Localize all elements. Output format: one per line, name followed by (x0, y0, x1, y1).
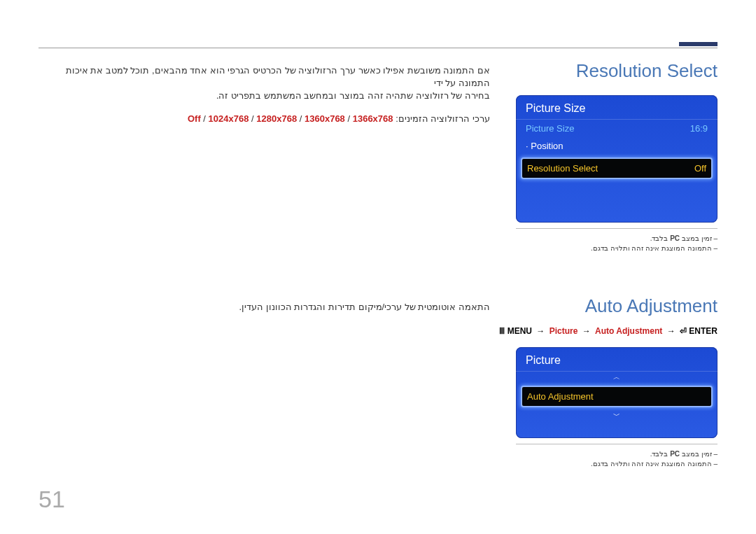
heading-auto-adjustment: Auto Adjustment (585, 295, 718, 317)
osd-row-label: Picture Size (526, 123, 574, 134)
nav-picture: Picture (550, 326, 578, 336)
chevron-down-icon[interactable]: ﹀ (516, 410, 718, 421)
avail-off: Off (188, 113, 201, 124)
osd-row-label: Auto Adjustment (527, 391, 594, 402)
osd-title: Picture Size (516, 95, 718, 120)
avail-r3: 1360x768 (304, 113, 345, 124)
arrow-icon: → (665, 326, 678, 336)
section2-body-line: התאמה אוטומטית של ערכי/מיקום תדירות והגד… (42, 301, 490, 314)
footnote-separator (516, 444, 718, 444)
osd-title: Picture (516, 347, 718, 372)
header-accent (679, 42, 718, 46)
avail-r4: 1366x768 (353, 113, 393, 124)
footnote-pc-only: – זמין במצב PC בלבד. (516, 234, 718, 242)
header-separator (38, 48, 718, 48)
nav-enter: ENTER (689, 326, 718, 336)
breadcrumb-nav: Ⅲ MENU → Picture → Auto Adjustment → ⏎ E… (499, 326, 718, 336)
osd-row-auto-adjustment[interactable]: Auto Adjustment (521, 386, 713, 407)
nav-auto-adjustment: Auto Adjustment (595, 326, 662, 336)
section1-body-line-b: בחירה של רזולוציה שתהיה זהה במוצר ובמחשב… (42, 90, 490, 102)
chevron-up-icon[interactable]: ︿ (516, 372, 718, 383)
avail-r2: 1280x768 (256, 113, 297, 124)
osd-row-resolution-select[interactable]: Resolution Select Off (521, 157, 713, 179)
footnote-separator (516, 228, 718, 229)
section2-body: התאמה אוטומטית של ערכי/מיקום תדירות והגד… (42, 301, 490, 314)
footnote-pc-only: – זמין במצב PC בלבד. (516, 450, 718, 458)
section1-footnotes: – זמין במצב PC בלבד. – התמונה המוצגת אינ… (516, 228, 718, 254)
avail-r1: 1024x768 (209, 113, 249, 124)
avail-prefix: ערכי הרזולוציה הזמינים: (393, 113, 490, 124)
osd-row-label: Resolution Select (527, 163, 598, 174)
osd-picture: Picture ︿ Auto Adjustment ﹀ (516, 347, 718, 438)
arrow-icon: → (580, 326, 593, 336)
menu-icon: Ⅲ (499, 326, 505, 336)
osd-row-label: Position (526, 141, 563, 151)
arrow-icon: → (534, 326, 547, 336)
section1-body: אם התמונה משובשת אפילו כאשר ערך הרזולוצי… (42, 64, 490, 125)
footnote-model-differs: – התמונה המוצגת אינה זהה ותלויה בדגם. (516, 244, 718, 252)
enter-icon: ⏎ (680, 326, 687, 336)
section1-body-line-a: אם התמונה משובשת אפילו כאשר ערך הרזולוצי… (42, 64, 490, 90)
page: Resolution Select אם התמונה משובשת אפילו… (0, 0, 756, 534)
section1-available-resolutions: ערכי הרזולוציה הזמינים: Off / 1024x768 /… (42, 113, 490, 125)
nav-menu: MENU (507, 326, 532, 336)
osd-row-value: 16:9 (690, 123, 708, 134)
footnote-model-differs: – התמונה המוצגת אינה זהה ותלויה בדגם. (516, 460, 718, 468)
heading-resolution-select: Resolution Select (576, 60, 718, 82)
section2-footnotes: – זמין במצב PC בלבד. – התמונה המוצגת אינ… (516, 444, 718, 470)
osd-row-picture-size[interactable]: Picture Size 16:9 (516, 120, 718, 137)
osd-picture-size: Picture Size Picture Size 16:9 Position … (516, 95, 718, 223)
osd-row-value: Off (694, 163, 706, 174)
page-number: 51 (38, 486, 65, 513)
osd-row-position[interactable]: Position (516, 137, 718, 155)
